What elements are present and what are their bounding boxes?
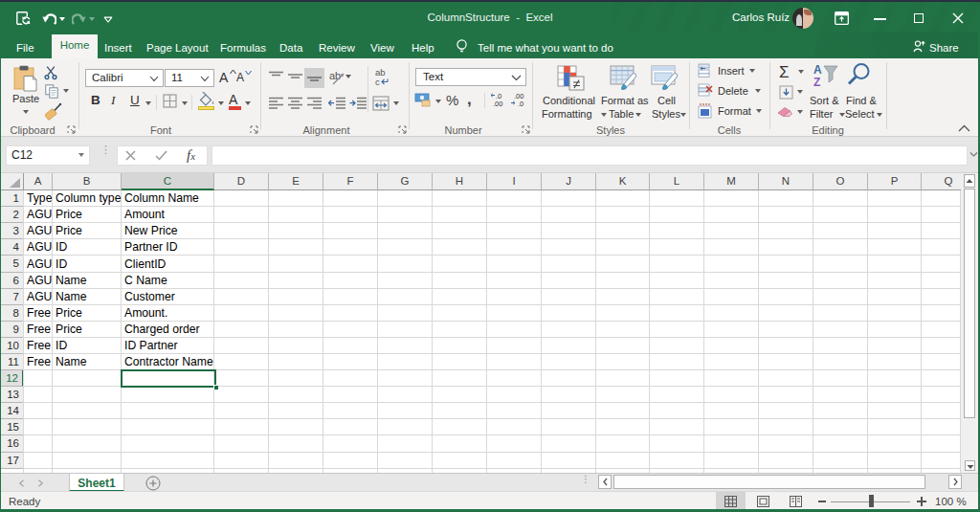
svg-text:.0: .0 <box>518 100 523 107</box>
svg-text:A: A <box>813 63 822 77</box>
svg-text:.00: .00 <box>493 100 502 107</box>
svg-text:c: c <box>375 77 380 87</box>
svg-text:Z: Z <box>813 76 820 89</box>
svg-text:ab: ab <box>329 70 341 81</box>
